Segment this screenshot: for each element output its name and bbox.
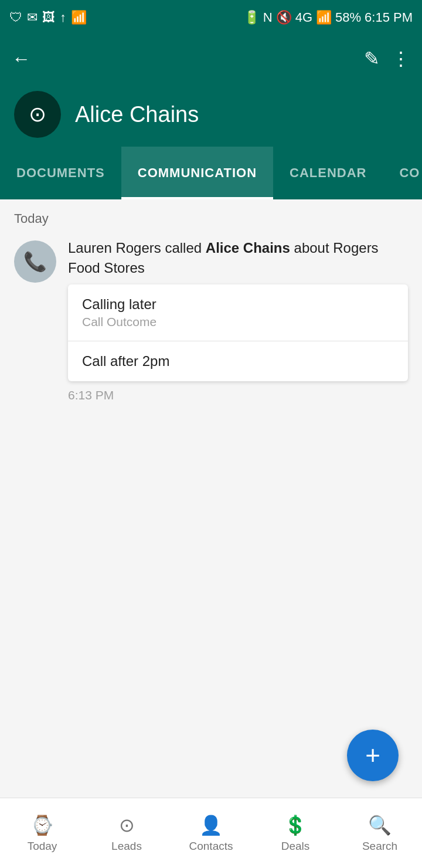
call-outcome-dropdown[interactable]: Calling later Call Outcome Call after 2p…	[68, 284, 408, 381]
status-bar-left: 🛡 ✉ 🖼 ↑ 📶	[9, 10, 87, 25]
nav-label-today: Today	[28, 840, 57, 853]
nav-label-search: Search	[362, 840, 397, 853]
call-icon-circle: 📞	[14, 240, 56, 283]
shield-icon: 🛡	[9, 10, 22, 25]
dropdown-item-title: Calling later	[82, 296, 394, 313]
contact-name: Alice Chains	[75, 102, 199, 127]
activity-item: 📞 Lauren Rogers called Alice Chains abou…	[14, 238, 408, 402]
avatar-icon: ⊙	[29, 102, 46, 127]
time-display: 6:15 PM	[365, 10, 413, 25]
dropdown-item-call-after[interactable]: Call after 2pm	[68, 341, 408, 381]
app-header: ← ✎ ⋮	[0, 35, 422, 82]
add-fab-button[interactable]: +	[347, 730, 399, 781]
avatar: ⊙	[14, 91, 61, 138]
status-bar: 🛡 ✉ 🖼 ↑ 📶 🔋 N 🔇 4G 📶 58% 6:15 PM	[0, 0, 422, 35]
mute-icon: 🔇	[276, 10, 292, 25]
nav-label-leads: Leads	[111, 840, 142, 853]
dropdown-item-calling-later[interactable]: Calling later Call Outcome	[68, 284, 408, 341]
today-icon: ⌚	[30, 814, 54, 836]
more-options-button[interactable]: ⋮	[392, 48, 410, 70]
status-bar-right: 🔋 N 🔇 4G 📶 58% 6:15 PM	[244, 10, 413, 25]
nav-label-deals: Deals	[281, 840, 310, 853]
edit-button[interactable]: ✎	[364, 48, 380, 70]
leads-icon: ⊙	[119, 814, 135, 836]
back-button[interactable]: ←	[12, 48, 30, 70]
upload-icon: ↑	[60, 10, 66, 25]
deals-icon: 💲	[284, 814, 307, 836]
wifi-icon: 📶	[71, 10, 87, 25]
image-icon: 🖼	[42, 10, 55, 25]
nav-item-deals[interactable]: 💲 Deals	[253, 798, 338, 868]
contacts-icon: 👤	[199, 814, 223, 836]
activity-body: Lauren Rogers called Alice Chains about …	[68, 238, 408, 402]
call-text-before: Lauren Rogers called	[68, 240, 206, 256]
nav-item-search[interactable]: 🔍 Search	[338, 798, 422, 868]
dropdown-item-simple-label: Call after 2pm	[82, 353, 394, 369]
signal-icon: 📶	[316, 10, 332, 25]
content-area: Today 📞 Lauren Rogers called Alice Chain…	[0, 199, 422, 798]
tab-communication[interactable]: COMMUNICATION	[121, 147, 273, 199]
nav-item-leads[interactable]: ⊙ Leads	[84, 798, 169, 868]
nav-label-contacts: Contacts	[189, 840, 233, 853]
dropdown-item-subtitle: Call Outcome	[82, 315, 394, 329]
tab-calendar[interactable]: CALENDAR	[273, 147, 383, 199]
tab-documents[interactable]: DOCUMENTS	[0, 147, 121, 199]
activity-timestamp: 6:13 PM	[68, 388, 408, 402]
tab-bar: DOCUMENTS COMMUNICATION CALENDAR CO	[0, 147, 422, 199]
activity-description: Lauren Rogers called Alice Chains about …	[68, 238, 408, 277]
tab-co[interactable]: CO	[383, 147, 422, 199]
bottom-navigation: ⌚ Today ⊙ Leads 👤 Contacts 💲 Deals 🔍 Sea…	[0, 798, 422, 868]
call-contact-bold: Alice Chains	[206, 240, 290, 256]
email-icon: ✉	[27, 10, 38, 25]
battery-icon: 🔋	[244, 10, 260, 25]
network-icon: N	[263, 10, 273, 25]
lte-icon: 4G	[295, 10, 312, 25]
plus-icon: +	[365, 742, 380, 768]
phone-icon: 📞	[23, 250, 47, 273]
battery-pct: 58%	[335, 10, 361, 25]
date-section-label: Today	[14, 211, 408, 226]
search-icon: 🔍	[368, 814, 392, 836]
profile-section: ⊙ Alice Chains	[0, 82, 422, 147]
nav-item-today[interactable]: ⌚ Today	[0, 798, 84, 868]
nav-item-contacts[interactable]: 👤 Contacts	[169, 798, 253, 868]
